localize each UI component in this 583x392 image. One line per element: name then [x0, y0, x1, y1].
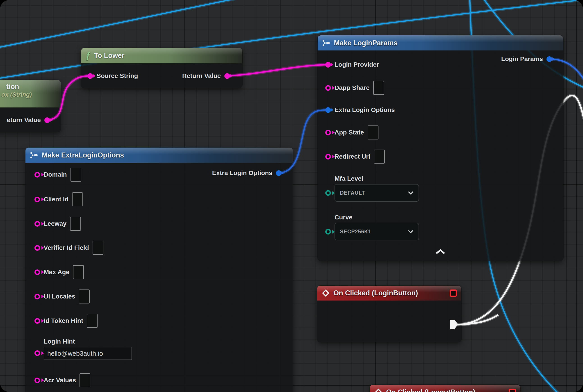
id-token-hint-pin[interactable] [34, 318, 40, 324]
event-icon [374, 388, 382, 392]
ui-locales-pin[interactable] [34, 294, 40, 300]
domain-pin-label: Domain [44, 171, 67, 178]
node-make-extra-login-options[interactable]: Make ExtraLoginOptions Domain Client Id … [26, 148, 293, 392]
node-title-fragment: tion [6, 83, 19, 91]
ui-locales-pin-label: Ui Locales [44, 293, 75, 300]
acr-values-pin[interactable] [34, 378, 40, 383]
dapp-share-value-field[interactable] [373, 81, 384, 95]
blueprint-canvas[interactable]: tion ox (String) eturn Value ƒ To Lower … [0, 0, 583, 392]
node-to-lower[interactable]: ƒ To Lower Source String Return Value [81, 48, 242, 88]
node-subtitle-fragment: ox (String) [1, 91, 32, 98]
login-hint-pin[interactable] [34, 350, 40, 356]
chevron-down-icon [408, 230, 414, 234]
extra-login-options-in-label: Extra Login Options [334, 106, 395, 114]
return-value-pin[interactable] [224, 73, 230, 79]
login-params-out-pin[interactable] [546, 56, 552, 62]
make-struct-icon [322, 40, 330, 46]
node-on-clicked-login-button[interactable]: On Clicked (LoginButton) [317, 286, 461, 342]
leeway-pin-label: Leeway [44, 220, 66, 227]
extra-login-options-out-pin[interactable] [276, 170, 282, 176]
widget-event-icon [509, 388, 516, 392]
max-age-value-field[interactable] [73, 265, 84, 279]
login-provider-pin-label: Login Provider [334, 61, 379, 68]
node-partial-function[interactable]: tion ox (String) eturn Value [0, 80, 61, 132]
return-value-pin-label: Return Value [182, 72, 221, 80]
app-state-pin-label: App State [334, 129, 364, 136]
node-make-login-params[interactable]: Make LoginParams Login Provider Dapp Sha… [318, 35, 563, 261]
verifier-id-field-pin-label: Verifier Id Field [44, 244, 89, 252]
max-age-pin[interactable] [34, 270, 40, 275]
login-hint-input[interactable] [44, 347, 132, 360]
node-on-clicked-logout-button[interactable]: On Clicked (LogoutButton) [370, 385, 520, 392]
event-icon [322, 289, 330, 297]
collapse-advanced-pins-button[interactable] [436, 249, 445, 254]
curve-dropdown[interactable]: SECP256K1 [334, 223, 419, 240]
curve-pin[interactable] [325, 229, 331, 234]
login-hint-pin-label: Login Hint [44, 338, 132, 345]
max-age-pin-label: Max Age [44, 268, 70, 276]
node-title: Make ExtraLoginOptions [42, 151, 124, 159]
curve-label: Curve [334, 214, 419, 221]
node-title: On Clicked (LoginButton) [334, 289, 418, 297]
app-state-value-field[interactable] [368, 126, 378, 140]
ui-locales-value-field[interactable] [79, 290, 90, 304]
domain-value-field[interactable] [70, 168, 81, 182]
mfa-level-label: Mfa Level [334, 175, 419, 182]
login-provider-pin[interactable] [325, 62, 331, 68]
dapp-share-pin[interactable] [325, 85, 331, 91]
mfa-level-value: DEFAULT [340, 190, 365, 196]
id-token-hint-pin-label: Id Token Hint [44, 317, 83, 324]
client-id-pin-label: Client Id [44, 196, 68, 203]
extra-login-options-out-label: Extra Login Options [212, 170, 272, 177]
source-string-pin-label: Source String [97, 72, 138, 80]
verifier-id-field-pin[interactable] [34, 245, 40, 251]
client-id-pin[interactable] [34, 197, 40, 202]
chevron-down-icon [408, 191, 414, 195]
redirect-url-value-field[interactable] [374, 150, 385, 164]
dapp-share-pin-label: Dapp Share [334, 84, 370, 92]
mfa-level-pin[interactable] [325, 190, 331, 196]
id-token-hint-value-field[interactable] [87, 314, 98, 328]
leeway-pin[interactable] [34, 221, 40, 227]
mfa-level-dropdown[interactable]: DEFAULT [334, 184, 419, 202]
leeway-value-field[interactable] [70, 217, 81, 231]
redirect-url-pin-label: Redirect Url [334, 153, 370, 160]
acr-values-value-field[interactable] [80, 373, 90, 387]
return-value-pin-label: eturn Value [7, 116, 41, 124]
redirect-url-pin[interactable] [325, 154, 331, 160]
app-state-pin[interactable] [325, 130, 331, 136]
make-struct-icon [30, 152, 38, 158]
client-id-value-field[interactable] [72, 192, 83, 206]
curve-value: SECP256K1 [340, 229, 371, 235]
verifier-id-value-field[interactable] [92, 241, 104, 255]
exec-out-pin[interactable] [450, 320, 458, 329]
return-value-pin[interactable] [44, 117, 50, 123]
node-title: On Clicked (LogoutButton) [386, 388, 475, 392]
extra-login-options-in-pin[interactable] [325, 107, 331, 113]
login-params-out-label: Login Params [501, 56, 543, 63]
source-string-pin[interactable] [88, 73, 93, 79]
node-title: To Lower [94, 52, 124, 60]
function-icon: ƒ [86, 51, 90, 60]
node-title: Make LoginParams [334, 39, 398, 47]
domain-pin[interactable] [34, 172, 40, 178]
widget-event-icon [450, 290, 457, 297]
acr-values-pin-label: Acr Values [44, 377, 76, 384]
